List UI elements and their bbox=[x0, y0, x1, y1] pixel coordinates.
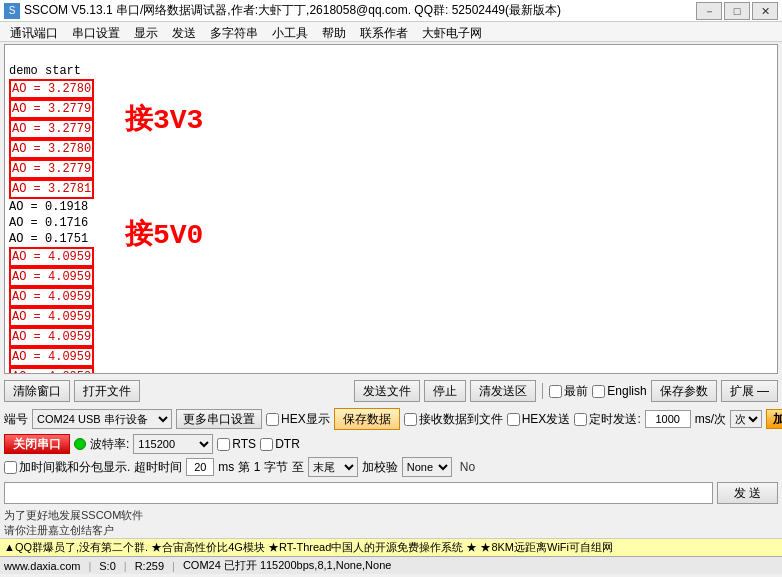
terminal-line-6: AO = 3.2781 bbox=[9, 182, 94, 196]
menu-daxia[interactable]: 大虾电子网 bbox=[416, 23, 488, 41]
recv-count: R:259 bbox=[135, 560, 164, 572]
english-checkbox-label[interactable]: English bbox=[592, 384, 646, 398]
close-port-button[interactable]: 关闭串口 bbox=[4, 434, 70, 454]
timed-send-checkbox[interactable] bbox=[574, 413, 587, 426]
send-input[interactable] bbox=[4, 482, 713, 504]
terminal-line-16: AO = 4.0959 bbox=[9, 370, 94, 374]
connection-status-indicator bbox=[74, 438, 86, 450]
app-icon: S bbox=[4, 3, 20, 19]
interval-input[interactable] bbox=[645, 410, 691, 428]
hex-send-checkbox[interactable] bbox=[507, 413, 520, 426]
port-status: COM24 已打开 115200bps,8,1,None,None bbox=[183, 558, 392, 573]
last-checkbox[interactable] bbox=[549, 385, 562, 398]
checksum-select[interactable]: None bbox=[402, 457, 452, 477]
menu-contact[interactable]: 联系作者 bbox=[354, 23, 414, 41]
baud-select[interactable]: 115200 bbox=[133, 434, 213, 454]
toolbar-row2b: 加时间戳和分包显示. 超时时间 ms 第 1 字节 至 末尾 加校验 None … bbox=[4, 457, 778, 477]
terminal-line-3: AO = 3.2779 bbox=[9, 122, 94, 136]
expand-button[interactable]: 扩展 ― bbox=[721, 380, 778, 402]
add-time-checkbox-label[interactable]: 加时间戳和分包显示. bbox=[4, 459, 130, 476]
menu-display[interactable]: 显示 bbox=[128, 23, 164, 41]
add-time-text: 加时间戳和分包显示. bbox=[19, 459, 130, 476]
ms-label2: ms 第 bbox=[218, 459, 249, 476]
stop-button[interactable]: 停止 bbox=[424, 380, 466, 402]
menu-help[interactable]: 帮助 bbox=[316, 23, 352, 41]
hex-send-label[interactable]: HEX发送 bbox=[507, 411, 571, 428]
port-select[interactable]: COM24 USB 串行设备 bbox=[32, 409, 172, 429]
menu-send[interactable]: 发送 bbox=[166, 23, 202, 41]
info-area: 为了更好地发展SSCOM软件 请你注册嘉立创结客户 bbox=[4, 509, 778, 537]
send-count: S:0 bbox=[99, 560, 116, 572]
timeout-label: 超时时间 bbox=[134, 459, 182, 476]
dtr-checkbox-label[interactable]: DTR bbox=[260, 437, 300, 451]
hex-display-checkbox[interactable] bbox=[266, 413, 279, 426]
timed-send-text: 定时发送: bbox=[589, 411, 640, 428]
dtr-checkbox[interactable] bbox=[260, 438, 273, 451]
terminal-line-11: AO = 4.0959 bbox=[9, 270, 94, 284]
terminal-line-5: AO = 3.2779 bbox=[9, 162, 94, 176]
menu-comm-port[interactable]: 通讯端口 bbox=[4, 23, 64, 41]
byte-value: 1 bbox=[254, 460, 261, 474]
tail-select[interactable]: 末尾 bbox=[308, 457, 358, 477]
ms-label: ms/次 bbox=[695, 411, 726, 428]
website-link[interactable]: www.daxia.com bbox=[4, 560, 80, 572]
rts-checkbox[interactable] bbox=[217, 438, 230, 451]
more-settings-button[interactable]: 更多串口设置 bbox=[176, 409, 262, 429]
recv-to-file-checkbox[interactable] bbox=[404, 413, 417, 426]
menu-multistring[interactable]: 多字符串 bbox=[204, 23, 264, 41]
send-button[interactable]: 发 送 bbox=[717, 482, 778, 504]
hex-send-text: HEX发送 bbox=[522, 411, 571, 428]
timeout-input[interactable] bbox=[186, 458, 214, 476]
recv-to-file-label[interactable]: 接收数据到文件 bbox=[404, 411, 503, 428]
terminal-content: demo start AO = 3.2780 AO = 3.2779 AO = … bbox=[5, 45, 777, 374]
unit-select[interactable]: 次 bbox=[730, 410, 762, 428]
rts-checkbox-label[interactable]: RTS bbox=[217, 437, 256, 451]
recv-to-file-text: 接收数据到文件 bbox=[419, 411, 503, 428]
sep3: | bbox=[172, 560, 175, 572]
rts-text: RTS bbox=[232, 437, 256, 451]
save-params-button[interactable]: 保存参数 bbox=[651, 380, 717, 402]
terminal-line-12: AO = 4.0959 bbox=[9, 290, 94, 304]
close-button[interactable]: ✕ bbox=[752, 2, 778, 20]
terminal-line-13: AO = 4.0959 bbox=[9, 310, 94, 324]
main-wrapper: S SSCOM V5.13.1 串口/网络数据调试器,作者:大虾丁丁,26180… bbox=[0, 0, 782, 577]
no-label: No bbox=[460, 460, 475, 474]
info-line2: 请你注册嘉立创结客户 bbox=[4, 523, 778, 538]
terminal-line-2: AO = 3.2779 bbox=[9, 102, 94, 116]
toolbar-row1: 清除窗口 打开文件 发送文件 停止 清发送区 最前 English 保存参数 扩… bbox=[4, 378, 778, 404]
label-3v3: 接3V3 bbox=[125, 100, 203, 138]
auto-send-button[interactable]: 清发送区 bbox=[470, 380, 536, 402]
status-bar: ▲QQ群爆员了,没有第二个群. ★合宙高性价比4G模块 ★RT-Thread中国… bbox=[0, 538, 782, 556]
add-crc-button[interactable]: 加回车换行 bbox=[766, 409, 782, 429]
english-label: English bbox=[607, 384, 646, 398]
status-marquee: ▲QQ群爆员了,没有第二个群. ★合宙高性价比4G模块 ★RT-Thread中国… bbox=[4, 540, 778, 555]
bottom-bar: www.daxia.com | S:0 | R:259 | COM24 已打开 … bbox=[0, 556, 782, 574]
terminal-line-0: demo start bbox=[9, 64, 81, 78]
minimize-button[interactable]: － bbox=[696, 2, 722, 20]
send-file-button[interactable]: 发送文件 bbox=[354, 380, 420, 402]
sep2: | bbox=[124, 560, 127, 572]
hex-options-row: HEX显示 保存数据 接收数据到文件 HEX发送 定时发送: ms/次 次 bbox=[266, 408, 762, 430]
title-bar: S SSCOM V5.13.1 串口/网络数据调试器,作者:大虾丁丁,26180… bbox=[0, 0, 782, 22]
clear-window-button[interactable]: 清除窗口 bbox=[4, 380, 70, 402]
last-label: 最前 bbox=[564, 383, 588, 400]
terminal-line-4: AO = 3.2780 bbox=[9, 142, 94, 156]
port-row: 端号 COM24 USB 串行设备 bbox=[4, 409, 172, 429]
byte-unit: 字节 至 bbox=[264, 459, 303, 476]
timed-send-label[interactable]: 定时发送: bbox=[574, 411, 640, 428]
terminal-area[interactable]: demo start AO = 3.2780 AO = 3.2779 AO = … bbox=[4, 44, 778, 374]
open-file-button[interactable]: 打开文件 bbox=[74, 380, 140, 402]
menu-tools[interactable]: 小工具 bbox=[266, 23, 314, 41]
baud-label: 波特率: bbox=[90, 436, 129, 453]
menu-bar: 通讯端口 串口设置 显示 发送 多字符串 小工具 帮助 联系作者 大虾电子网 bbox=[0, 22, 782, 42]
add-time-checkbox[interactable] bbox=[4, 461, 17, 474]
english-checkbox[interactable] bbox=[592, 385, 605, 398]
terminal-line-14: AO = 4.0959 bbox=[9, 330, 94, 344]
maximize-button[interactable]: □ bbox=[724, 2, 750, 20]
menu-port-settings[interactable]: 串口设置 bbox=[66, 23, 126, 41]
save-data-button[interactable]: 保存数据 bbox=[334, 408, 400, 430]
label-5v0: 接5V0 bbox=[125, 215, 203, 253]
hex-display-label[interactable]: HEX显示 bbox=[266, 411, 330, 428]
terminal-line-8: AO = 0.1716 bbox=[9, 216, 88, 230]
last-checkbox-label[interactable]: 最前 bbox=[549, 383, 588, 400]
